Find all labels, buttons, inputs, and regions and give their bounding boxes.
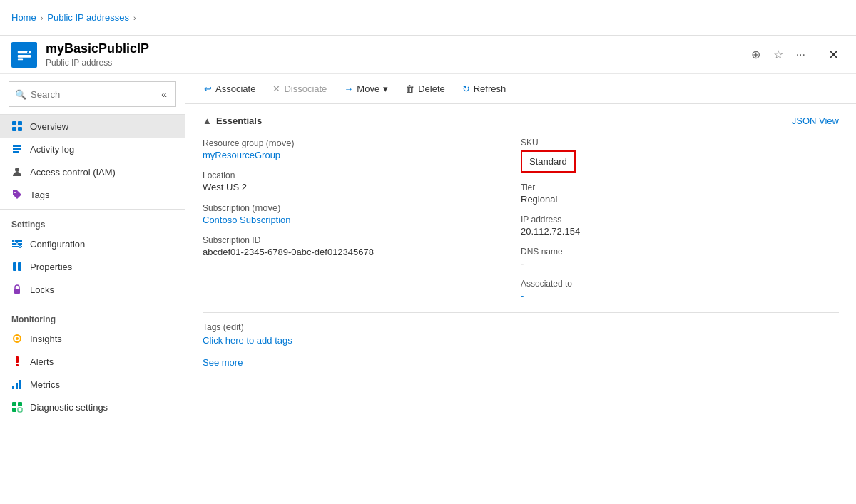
breadcrumb-bar: Home › Public IP addresses ›: [0, 0, 856, 36]
svg-rect-6: [12, 127, 16, 131]
collapse-button[interactable]: «: [158, 86, 170, 103]
sidebar-item-alerts[interactable]: Alerts: [0, 350, 185, 373]
close-button[interactable]: ✕: [822, 44, 845, 66]
svg-rect-9: [13, 148, 21, 150]
svg-rect-18: [13, 262, 16, 271]
subscription-link[interactable]: Contoso Subscription: [203, 215, 291, 225]
sidebar-item-access-control[interactable]: Access control (IAM): [0, 160, 185, 183]
svg-rect-29: [18, 402, 22, 406]
field-location: Location West US 2: [203, 170, 521, 192]
breadcrumb-home[interactable]: Home: [11, 12, 36, 23]
sidebar-item-insights-label: Insights: [30, 334, 62, 344]
resource-header: myBasicPublicIP Public IP address ⊕ ☆ ··…: [0, 36, 856, 74]
move-icon: →: [344, 83, 353, 94]
essentials-left: Resource group (move) myResourceGroup Lo…: [203, 138, 521, 301]
svg-rect-31: [18, 408, 22, 412]
subscription-id-value: abcdef01-2345-6789-0abc-def012345678: [203, 247, 521, 257]
tier-value: Regional: [521, 194, 839, 205]
sidebar-item-overview[interactable]: Overview: [0, 115, 185, 138]
sidebar-item-configuration[interactable]: Configuration: [0, 232, 185, 255]
essentials-header: ▲ Essentials JSON View: [203, 115, 839, 126]
sidebar-item-locks-label: Locks: [30, 284, 54, 295]
settings-section-label: Settings: [0, 209, 185, 232]
field-ip-address: IP address 20.112.72.154: [521, 215, 839, 237]
svg-rect-7: [18, 127, 22, 131]
essentials-grid: Resource group (move) myResourceGroup Lo…: [203, 138, 839, 301]
tags-label: Tags (edit): [203, 322, 839, 332]
associate-label: Associate: [215, 83, 255, 94]
resource-group-link[interactable]: myResourceGroup: [203, 150, 280, 160]
resource-group-value: myResourceGroup: [203, 150, 521, 160]
breadcrumb-pip[interactable]: Public IP addresses: [47, 12, 129, 23]
overview-icon: [11, 120, 23, 132]
tags-section: Tags (edit) Click here to add tags: [203, 312, 839, 346]
field-resource-group: Resource group (move) myResourceGroup: [203, 138, 521, 160]
sidebar-item-activity-log-label: Activity log: [30, 144, 74, 155]
main-layout: 🔍 « Overview Activity log Access control: [0, 74, 856, 504]
favorite-button[interactable]: ☆: [770, 45, 786, 64]
location-label: Location: [203, 170, 521, 180]
properties-icon: [11, 261, 23, 272]
svg-rect-26: [16, 383, 18, 389]
svg-rect-30: [12, 408, 16, 412]
sidebar-item-diagnostic-settings[interactable]: Diagnostic settings: [0, 396, 185, 418]
ip-address-label: IP address: [521, 215, 839, 225]
delete-button[interactable]: 🗑 Delete: [398, 80, 452, 98]
associated-to-value: -: [521, 290, 839, 301]
svg-point-15: [14, 240, 16, 242]
see-more: See more: [203, 357, 839, 374]
delete-icon: 🗑: [405, 83, 414, 94]
metrics-icon: [11, 379, 23, 390]
refresh-button[interactable]: ↻ Refresh: [455, 80, 514, 98]
more-button[interactable]: ···: [793, 46, 808, 64]
ip-address-value: 20.112.72.154: [521, 226, 839, 237]
svg-point-22: [16, 337, 19, 340]
move-button[interactable]: → Move ▾: [337, 80, 395, 98]
see-more-divider: [203, 374, 839, 374]
pin-button[interactable]: ⊕: [748, 45, 763, 64]
diagnostic-settings-icon: [11, 401, 23, 413]
sidebar-item-configuration-label: Configuration: [30, 239, 85, 250]
sidebar-item-tags[interactable]: Tags: [0, 183, 185, 206]
sidebar-item-properties-label: Properties: [30, 262, 72, 272]
locks-icon: [11, 284, 23, 295]
associate-button[interactable]: ↩ Associate: [197, 80, 263, 98]
breadcrumb: Home › Public IP addresses ›: [11, 12, 136, 23]
subscription-move-link[interactable]: move: [255, 202, 277, 213]
essentials-chevron-icon: ▲: [203, 115, 212, 126]
move-chevron-icon: ▾: [383, 83, 388, 94]
svg-rect-1: [18, 55, 31, 58]
json-view-link[interactable]: JSON View: [792, 115, 839, 126]
svg-point-11: [15, 168, 19, 172]
dissociate-button[interactable]: ✕ Dissociate: [265, 80, 334, 98]
field-subscription-id: Subscription ID abcdef01-2345-6789-0abc-…: [203, 235, 521, 257]
field-subscription: Subscription (move) Contoso Subscription: [203, 202, 521, 225]
svg-point-17: [19, 246, 21, 248]
alerts-icon: [11, 356, 23, 367]
tags-add-link[interactable]: Click here to add tags: [203, 335, 292, 346]
sidebar-item-properties[interactable]: Properties: [0, 255, 185, 278]
associated-to-link[interactable]: -: [521, 290, 524, 301]
field-sku: SKU Standard: [521, 138, 839, 173]
dns-name-value: -: [521, 258, 839, 269]
refresh-label: Refresh: [474, 83, 506, 94]
toolbar: ↩ Associate ✕ Dissociate → Move ▾ 🗑 Dele…: [185, 74, 856, 104]
tags-edit-link[interactable]: edit: [226, 322, 241, 332]
sidebar: 🔍 « Overview Activity log Access control: [0, 74, 185, 504]
resource-group-move-link[interactable]: move: [269, 138, 292, 148]
subscription-value: Contoso Subscription: [203, 215, 521, 225]
svg-rect-19: [18, 262, 21, 271]
svg-rect-23: [16, 356, 19, 363]
sidebar-item-activity-log[interactable]: Activity log: [0, 138, 185, 160]
sidebar-item-access-control-label: Access control (IAM): [30, 167, 116, 178]
search-input[interactable]: [31, 89, 154, 100]
subscription-id-label: Subscription ID: [203, 235, 521, 245]
sidebar-item-metrics[interactable]: Metrics: [0, 373, 185, 396]
sku-value: Standard: [521, 149, 839, 173]
svg-rect-10: [13, 151, 19, 153]
sidebar-item-insights[interactable]: Insights: [0, 327, 185, 350]
sidebar-item-locks[interactable]: Locks: [0, 278, 185, 301]
search-box: 🔍 «: [9, 81, 176, 107]
field-tier: Tier Regional: [521, 182, 839, 205]
see-more-link[interactable]: See more: [203, 357, 243, 368]
